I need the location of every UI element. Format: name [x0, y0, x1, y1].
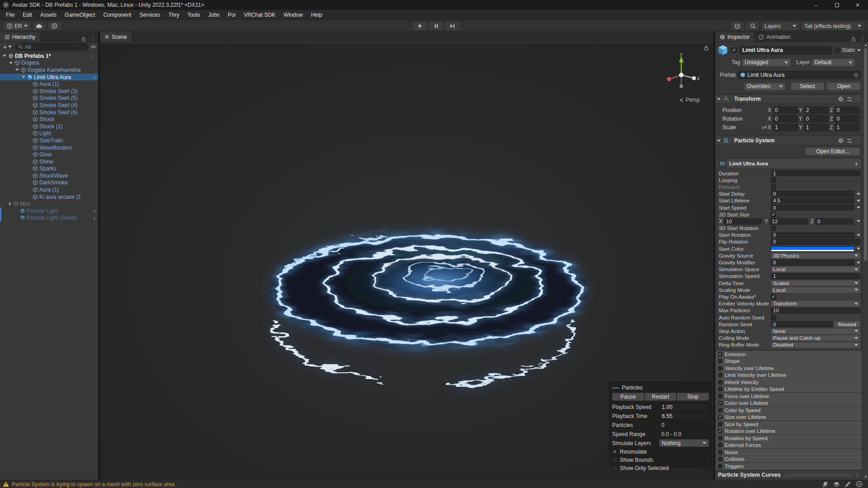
- account-button[interactable]: ER: [4, 21, 31, 31]
- panel-menu-icon[interactable]: ⋮: [858, 35, 868, 42]
- foldout-icon[interactable]: [15, 69, 19, 71]
- prefab-object-field[interactable]: Limit Ultra Aura: [738, 71, 861, 79]
- component-menu-icon[interactable]: ⋮: [855, 137, 861, 144]
- item-menu-icon[interactable]: ⋮: [86, 53, 97, 59]
- module-external-forces[interactable]: External Forces: [716, 442, 862, 448]
- add-module-icon[interactable]: +: [854, 160, 859, 167]
- hierarchy-item-shine[interactable]: Shine: [0, 158, 98, 165]
- notifications-muted-icon[interactable]: [822, 481, 829, 488]
- ps-input-gravity-modifier[interactable]: 0: [771, 259, 854, 266]
- module-collision[interactable]: Collision: [716, 456, 862, 462]
- hierarchy-item-smoke-swirl-6-[interactable]: Smoke Swirl (6): [0, 109, 98, 116]
- ps-checkbox-prewarm[interactable]: [771, 184, 776, 190]
- ps-input-max-particles[interactable]: 10: [771, 308, 860, 314]
- lock-icon[interactable]: [704, 45, 709, 51]
- scrollbar-thumb[interactable]: [864, 48, 867, 261]
- hierarchy-item-sidetrails[interactable]: SideTrails: [0, 137, 98, 144]
- curves-menu-icon[interactable]: ⋮: [854, 472, 860, 478]
- module-emission[interactable]: Emission: [716, 351, 862, 357]
- ps-input-simulation-speed[interactable]: 1: [771, 273, 860, 280]
- module-size-by-speed[interactable]: Size by Speed: [716, 421, 862, 427]
- ps-input-start-lifetime[interactable]: 4.5: [771, 198, 854, 204]
- transform-rotation-y-input[interactable]: 0: [804, 115, 829, 122]
- hierarchy-item-particle-light-shado[interactable]: Particle Light (Shado›: [0, 215, 98, 222]
- ps-select-culling-mode[interactable]: Pause and Catch-up: [771, 335, 860, 341]
- hierarchy-item-smoke-swirl-4-[interactable]: Smoke Swirl (4): [0, 102, 98, 109]
- hierarchy-item-glow[interactable]: Glow: [0, 151, 98, 158]
- hierarchy-item-darksmoke[interactable]: DarkSmoke: [0, 179, 98, 187]
- services-button[interactable]: [48, 21, 61, 31]
- hierarchy-item-db-prefabs-1-[interactable]: DB Prefabs 1*⋮: [0, 52, 98, 60]
- close-button[interactable]: ✕: [847, 0, 868, 10]
- module-checkbox[interactable]: [718, 359, 722, 363]
- module-checkbox[interactable]: [718, 464, 722, 469]
- scroll-down-icon[interactable]: ▼: [863, 475, 868, 479]
- particle-system-curves-header[interactable]: Particle System Curves ⋮: [715, 470, 863, 479]
- module-checkbox[interactable]: [718, 408, 722, 413]
- menu-item-thry[interactable]: Thry: [164, 10, 183, 20]
- playback-speed-input[interactable]: 1.00: [659, 404, 709, 411]
- ps-checkbox-looping[interactable]: [771, 178, 776, 183]
- hierarchy-item-shock[interactable]: Shock: [0, 116, 98, 123]
- menu-item-services[interactable]: Services: [135, 10, 164, 20]
- module-inherit-velocity[interactable]: Inherit Velocity: [716, 379, 862, 385]
- transform-scale-x-input[interactable]: 1: [773, 124, 798, 131]
- hierarchy-item-gogeta[interactable]: Gogeta: [0, 60, 98, 67]
- tab-scene[interactable]: Scene: [100, 32, 132, 42]
- hierarchy-item-smoke-swirl-3-[interactable]: Smoke Swirl (3): [0, 88, 98, 95]
- panel-menu-icon[interactable]: ⋮: [88, 35, 98, 42]
- painting-disabled-icon[interactable]: [844, 481, 851, 488]
- module-checkbox[interactable]: [718, 401, 722, 405]
- simulate-layers-dropdown[interactable]: Nothing: [659, 439, 709, 447]
- module-checkbox[interactable]: [718, 436, 722, 441]
- menu-item-file[interactable]: File: [2, 10, 19, 20]
- module-velocity-over-lifetime[interactable]: Velocity over Lifetime: [716, 365, 862, 371]
- scale-link-icon[interactable]: [760, 125, 768, 130]
- module-triggers[interactable]: Triggers: [716, 463, 862, 469]
- ps-input-duration[interactable]: 1: [771, 170, 860, 177]
- open-prefab-icon[interactable]: ›: [92, 207, 97, 214]
- hierarchy-item-particle-light[interactable]: Particle Light›: [0, 207, 98, 215]
- prefab-cube-icon[interactable]: [717, 44, 729, 56]
- transform-component-header[interactable]: Transform ? ⋮: [715, 94, 863, 104]
- scene-viewport[interactable]: y z Persp ══ Particles Pause R: [100, 43, 713, 480]
- module-lifetime-by-emitter-speed[interactable]: Lifetime by Emitter Speed: [716, 386, 862, 392]
- module-noise[interactable]: Noise: [716, 449, 862, 455]
- ps-select-emitter-velocity-mode[interactable]: Transform: [771, 300, 860, 307]
- module-color-by-speed[interactable]: Color by Speed: [716, 407, 862, 413]
- module-force-over-lifetime[interactable]: Force over Lifetime: [716, 393, 862, 399]
- menu-item-help[interactable]: Help: [307, 10, 326, 20]
- hierarchy-item-misc[interactable]: Misc: [0, 200, 98, 207]
- module-checkbox[interactable]: [718, 394, 722, 399]
- module-checkbox[interactable]: [718, 457, 722, 461]
- module-rotation-by-speed[interactable]: Rotation by Speed: [716, 435, 862, 441]
- reseed-button[interactable]: Reseed: [834, 321, 860, 328]
- hierarchy-item-limit-ultra-aura[interactable]: Limit Ultra Aura›: [0, 74, 98, 81]
- hierarchy-item-ki-aura-arcane-1[interactable]: Ki aura arcane (1: [0, 193, 98, 201]
- playback-time-input[interactable]: 6.55: [659, 413, 709, 420]
- menu-item-vrchat-sdk[interactable]: VRChat SDK: [240, 10, 279, 20]
- minimize-button[interactable]: –: [806, 0, 826, 10]
- chevron-down-icon[interactable]: [857, 49, 861, 52]
- hierarchy-item-shock-1-[interactable]: Shock (1): [0, 123, 98, 130]
- stop-particles-button[interactable]: Stop: [677, 393, 709, 401]
- projection-mode-label[interactable]: Persp: [679, 97, 700, 103]
- layout-dropdown[interactable]: Tail (effects testing): [801, 21, 864, 31]
- ps-select-simulation-space[interactable]: Local: [771, 266, 860, 272]
- foldout-icon[interactable]: [3, 55, 6, 57]
- component-menu-icon[interactable]: ⋮: [855, 96, 861, 102]
- tag-dropdown[interactable]: Untagged: [742, 59, 791, 66]
- hierarchy-item-shockwave[interactable]: ShockWave: [0, 172, 98, 179]
- show-bounds-checkbox[interactable]: [612, 457, 618, 463]
- hierarchy-item-light[interactable]: Light: [0, 130, 98, 137]
- module-size-over-lifetime[interactable]: Size over Lifetime: [716, 414, 862, 420]
- presets-icon[interactable]: [847, 138, 852, 143]
- target-picker-icon[interactable]: [854, 73, 859, 78]
- static-checkbox[interactable]: [835, 47, 840, 53]
- help-icon[interactable]: ?: [838, 138, 844, 143]
- ps-input-start-speed[interactable]: 0: [771, 205, 854, 211]
- ps-size-x-input[interactable]: 10: [724, 218, 762, 225]
- ps-select-scaling-mode[interactable]: Local: [771, 287, 860, 293]
- play-button[interactable]: [412, 21, 428, 31]
- transform-position-y-input[interactable]: 2: [804, 107, 829, 114]
